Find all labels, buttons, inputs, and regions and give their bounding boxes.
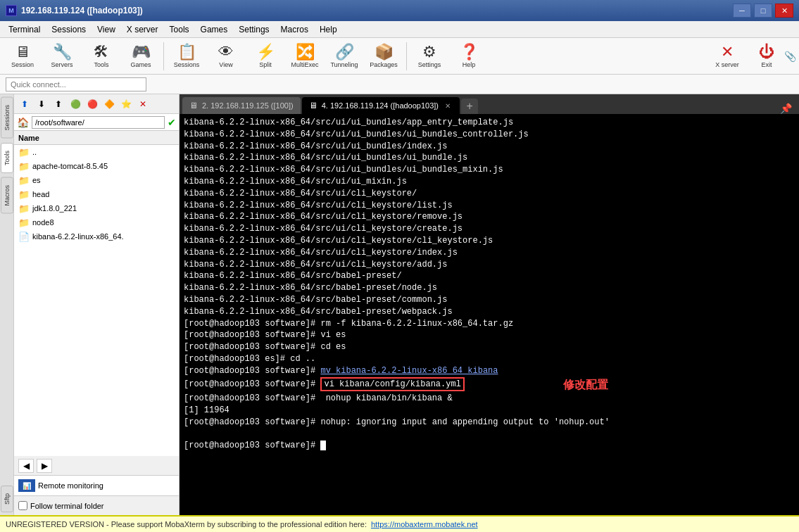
- packages-button[interactable]: 📦 Packages: [365, 40, 402, 72]
- xserver-button[interactable]: ✕ X server: [709, 40, 745, 72]
- file-item-head[interactable]: 📁 head: [14, 187, 179, 201]
- tab-2-icon: 🖥: [189, 101, 198, 110]
- file-rename-button[interactable]: 🔶: [101, 97, 117, 111]
- minimize-button[interactable]: ─: [733, 4, 751, 18]
- file-name-node8: node8: [32, 218, 54, 227]
- tab-pin-button[interactable]: 📌: [776, 103, 796, 114]
- file-item-jdk[interactable]: 📁 jdk1.8.0_221: [14, 201, 179, 215]
- exit-button[interactable]: ⏻ Exit: [748, 40, 785, 72]
- menu-terminal[interactable]: Terminal: [3, 23, 46, 36]
- file-close-button[interactable]: ✕: [135, 97, 151, 111]
- tools-button[interactable]: 🛠 Tools: [83, 40, 120, 72]
- terminal-line-17: kibana-6.2.2-linux-x86_64/src/babel-pres…: [184, 306, 795, 318]
- file-name-tomcat: apache-tomcat-8.5.45: [32, 162, 108, 170]
- file-new-folder-button[interactable]: 🟢: [68, 97, 83, 111]
- terminal-line-3: kibana-6.2.2-linux-x86_64/src/ui/ui_bund…: [184, 141, 795, 153]
- menu-bar: Terminal Sessions View X server Tools Ga…: [0, 21, 799, 38]
- view-button[interactable]: 👁 View: [208, 40, 244, 72]
- follow-terminal-folder-row[interactable]: Follow terminal folder: [14, 495, 179, 515]
- servers-label: Servers: [51, 61, 73, 68]
- split-button[interactable]: ⚡ Split: [247, 40, 284, 72]
- terminal-line-8: kibana-6.2.2-linux-x86_64/src/ui/cli_key…: [184, 200, 795, 212]
- chinese-annotation: 修改配置: [563, 377, 608, 393]
- games-button[interactable]: 🎮 Games: [122, 40, 159, 72]
- status-bar: UNREGISTERED VERSION - Please support Mo…: [0, 515, 799, 532]
- file-name-es: es: [32, 176, 41, 184]
- window-controls: ─ □ ✕: [733, 4, 793, 18]
- terminal-output[interactable]: kibana-6.2.2-linux-x86_64/src/ui/ui_bund…: [180, 114, 799, 515]
- toolbar-separator-2: [406, 42, 407, 70]
- menu-tools[interactable]: Tools: [164, 23, 195, 36]
- status-link[interactable]: https://mobaxterm.mobatek.net: [371, 520, 478, 528]
- terminal-line-27: [184, 428, 795, 440]
- attachment-icon[interactable]: 📎: [784, 51, 796, 62]
- menu-help[interactable]: Help: [314, 23, 343, 36]
- multiexec-button[interactable]: 🔀 MultiExec: [287, 40, 323, 72]
- servers-icon: 🔧: [53, 44, 72, 60]
- terminal-line-12: kibana-6.2.2-linux-x86_64/src/ui/cli_key…: [184, 247, 795, 259]
- folder-icon-tomcat: 📁: [18, 161, 30, 172]
- remote-monitoring-row[interactable]: 📊 Remote monitoring: [14, 476, 179, 495]
- nav-prev-button[interactable]: ◀: [18, 459, 34, 473]
- file-item-tomcat[interactable]: 📁 apache-tomcat-8.5.45: [14, 159, 179, 173]
- terminal-line-6: kibana-6.2.2-linux-x86_64/src/ui/ui_mixi…: [184, 176, 795, 188]
- file-delete-button[interactable]: 🔴: [84, 97, 100, 111]
- help-button[interactable]: ❓ Help: [451, 40, 487, 72]
- menu-view[interactable]: View: [92, 23, 121, 36]
- menu-macros[interactable]: Macros: [275, 23, 314, 36]
- view-icon: 👁: [218, 44, 234, 60]
- menu-games[interactable]: Games: [195, 23, 234, 36]
- terminal-line-16: kibana-6.2.2-linux-x86_64/src/babel-pres…: [184, 294, 795, 306]
- folder-icon-node8: 📁: [18, 217, 30, 228]
- maximize-button[interactable]: □: [754, 4, 772, 18]
- settings-button[interactable]: ⚙ Settings: [411, 40, 448, 72]
- file-item-es[interactable]: 📁 es: [14, 173, 179, 187]
- servers-button[interactable]: 🔧 Servers: [44, 40, 80, 72]
- sidebar-sessions-tab[interactable]: Sessions: [1, 97, 13, 139]
- terminal-line-1: kibana-6.2.2-linux-x86_64/src/ui/ui_bund…: [184, 117, 795, 129]
- monitoring-icon: 📊: [18, 479, 35, 492]
- exit-icon: ⏻: [759, 44, 774, 60]
- sidebar-tools-tab[interactable]: Tools: [1, 143, 13, 173]
- sidebar-sftp-tab[interactable]: Sftp: [1, 486, 13, 512]
- path-input[interactable]: [32, 116, 165, 129]
- games-label: Games: [130, 61, 151, 68]
- file-item-kibana[interactable]: 📄 kibana-6.2.2-linux-x86_64.: [14, 229, 179, 243]
- terminal-line-18: [root@hadoop103 software]# rm -f kibana-…: [184, 318, 795, 330]
- close-button[interactable]: ✕: [775, 4, 793, 18]
- terminal-line-11: kibana-6.2.2-linux-x86_64/src/ui/cli_key…: [184, 235, 795, 247]
- terminal-line-2: kibana-6.2.2-linux-x86_64/src/ui/ui_bund…: [184, 129, 795, 141]
- menu-xserver[interactable]: X server: [121, 23, 164, 36]
- tab-4-icon: 🖥: [309, 101, 317, 110]
- title-bar-left: M 192.168.119.124 ([hadoop103]): [6, 5, 143, 16]
- terminal-line-22-text: [root@hadoop103 software]# mv kibana-6.2…: [184, 365, 498, 377]
- file-item-node8[interactable]: 📁 node8: [14, 215, 179, 229]
- menu-settings[interactable]: Settings: [233, 23, 275, 36]
- session-button[interactable]: 🖥 Session: [4, 40, 41, 72]
- terminal-line-20: [root@hadoop103 software]# cd es: [184, 341, 795, 353]
- menu-sessions[interactable]: Sessions: [46, 23, 92, 36]
- app-icon: M: [6, 5, 17, 16]
- file-list: 📁 .. 📁 apache-tomcat-8.5.45 📁 es 📁 head …: [14, 145, 179, 456]
- tab-2[interactable]: 🖥 2. 192.168.119.125 ([100]): [182, 97, 301, 114]
- sessions-button[interactable]: 📋 Sessions: [168, 40, 205, 72]
- file-star-button[interactable]: ⭐: [118, 97, 134, 111]
- help-icon: ❓: [460, 44, 479, 60]
- terminal-line-4: kibana-6.2.2-linux-x86_64/src/ui/ui_bund…: [184, 152, 795, 164]
- toolbar-separator-1: [163, 42, 164, 70]
- nav-next-button[interactable]: ▶: [37, 459, 52, 473]
- tunneling-label: Tunneling: [330, 61, 358, 68]
- quick-connect-input[interactable]: [6, 77, 146, 91]
- terminal-line-5: kibana-6.2.2-linux-x86_64/src/ui/ui_bund…: [184, 164, 795, 176]
- file-item-dotdot[interactable]: 📁 ..: [14, 145, 179, 159]
- tab-4-close[interactable]: ✕: [443, 101, 453, 110]
- follow-folder-checkbox[interactable]: [18, 501, 27, 510]
- tab-bar: 🖥 2. 192.168.119.125 ([100]) 🖥 4. 192.16…: [180, 94, 799, 114]
- new-tab-button[interactable]: +: [461, 99, 478, 114]
- file-upload-button[interactable]: ⬆: [51, 97, 66, 111]
- sidebar-macros-tab[interactable]: Macros: [1, 177, 13, 214]
- tab-4[interactable]: 🖥 4. 192.168.119.124 ([hadoop103]) ✕: [302, 97, 460, 114]
- file-home-button[interactable]: ⬆: [17, 97, 32, 111]
- tunneling-button[interactable]: 🔗 Tunneling: [326, 40, 363, 72]
- file-download-button[interactable]: ⬇: [34, 97, 49, 111]
